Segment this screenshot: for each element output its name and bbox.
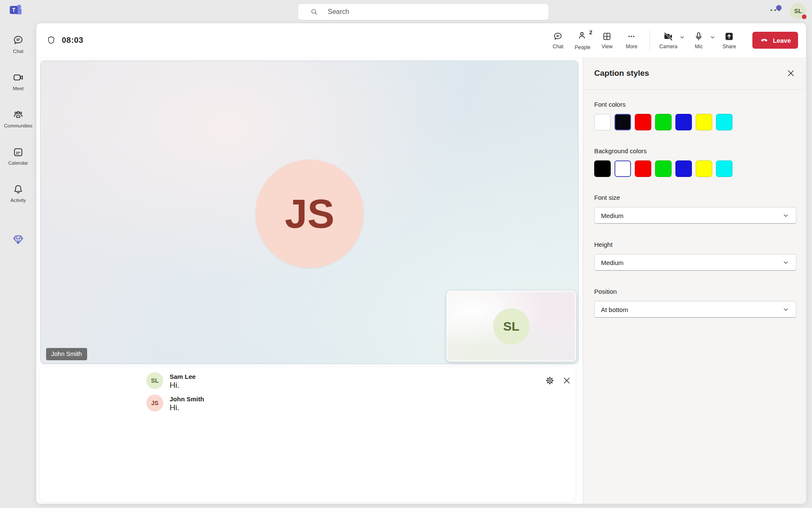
share-screen-icon [724, 31, 734, 41]
panel-close-button[interactable] [786, 68, 796, 78]
font-color-swatch-yellow[interactable] [696, 114, 712, 130]
caption-row: JS John Smith Hi. [146, 395, 204, 412]
gear-icon [545, 376, 554, 385]
sidebar-item-meet[interactable]: Meet [0, 72, 36, 99]
bg-color-swatch-cyan[interactable] [716, 160, 732, 177]
font-size-value: Medium [601, 212, 623, 219]
sidebar-label: Calendar [8, 160, 28, 166]
sidebar-label: Meet [13, 86, 24, 91]
profile-avatar[interactable]: SL [790, 3, 806, 19]
video-tile-main: JS John Smith SL [40, 61, 579, 364]
bg-color-swatch-green[interactable] [655, 160, 672, 177]
chevron-down-icon [679, 34, 686, 41]
caption-avatar-initials: JS [151, 400, 158, 406]
self-video-pip[interactable]: SL [447, 291, 576, 362]
caption-avatar: SL [146, 372, 163, 389]
font-size-dropdown[interactable]: Medium [594, 207, 796, 224]
position-value: At bottom [601, 306, 628, 313]
panel-title: Caption styles [594, 69, 649, 78]
meeting-stage: JS John Smith SL SL [36, 57, 583, 504]
top-app-bar: T Search SL [0, 0, 812, 20]
chat-icon [12, 34, 24, 46]
leave-button[interactable]: Leave [752, 32, 798, 49]
bg-color-swatch-blue[interactable] [675, 160, 692, 177]
chevron-down-icon [782, 259, 790, 266]
people-icon [577, 30, 587, 41]
caption-avatar-initials: SL [151, 377, 159, 384]
sidebar-label: Communities [4, 123, 32, 128]
sidebar-item-premium[interactable] [0, 234, 36, 262]
meeting-toolbar: 08:03 Chat [36, 23, 806, 57]
font-color-swatch-white[interactable] [594, 114, 611, 130]
people-button-label: People [575, 44, 590, 50]
caption-avatar: JS [146, 395, 163, 411]
gem-icon [12, 234, 24, 246]
share-button[interactable]: Share [717, 31, 741, 50]
camera-button-label: Camera [659, 44, 678, 50]
calendar-icon [12, 146, 24, 158]
self-avatar: SL [493, 308, 529, 345]
camera-button[interactable]: Camera [656, 31, 680, 50]
font-color-swatch-cyan[interactable] [716, 114, 732, 130]
teams-logo-t: T [10, 6, 18, 14]
more-dots-icon [626, 31, 636, 41]
mic-button-label: Mic [695, 44, 703, 50]
bg-color-swatch-white[interactable] [614, 160, 631, 177]
sidebar-item-chat[interactable]: Chat [0, 34, 36, 62]
position-dropdown[interactable]: At bottom [594, 301, 796, 318]
meet-icon [12, 72, 24, 83]
chevron-down-icon [782, 212, 790, 219]
more-button[interactable]: More [619, 31, 644, 50]
participant-initials: JS [285, 190, 334, 237]
search-icon [310, 8, 318, 16]
caption-speaker-name: Sam Lee [170, 373, 196, 380]
chevron-down-icon [709, 34, 716, 41]
height-label: Height [594, 241, 796, 248]
caption-close-button[interactable] [562, 375, 572, 386]
sidebar-label: Chat [13, 49, 23, 54]
font-colors-label: Font colors [594, 101, 796, 108]
sidebar-item-activity[interactable]: Activity [0, 183, 36, 211]
background-colors-row [594, 160, 796, 177]
bg-color-swatch-red[interactable] [635, 160, 651, 177]
close-icon [786, 69, 796, 78]
activity-bell-icon [12, 183, 24, 195]
participant-name-badge: John Smith [46, 348, 87, 360]
mic-options-chevron[interactable] [709, 34, 716, 42]
mic-button[interactable]: Mic [686, 31, 711, 50]
chat-button[interactable]: Chat [546, 31, 570, 50]
live-captions-panel: SL Sam Lee Hi. JS Jo [40, 367, 575, 502]
settings-and-more-icon[interactable] [771, 9, 780, 11]
caption-row: SL Sam Lee Hi. [146, 372, 204, 390]
camera-off-icon [663, 31, 673, 41]
presence-busy-dot [801, 14, 807, 20]
bg-color-swatch-black[interactable] [594, 160, 611, 177]
sidebar-item-communities[interactable]: Communities [0, 109, 36, 137]
position-label: Position [594, 288, 796, 295]
caption-settings-button[interactable] [545, 375, 555, 386]
teams-logo[interactable]: T [8, 3, 23, 17]
font-color-swatch-red[interactable] [635, 114, 651, 130]
people-count-badge: 2 [589, 29, 592, 36]
bg-color-swatch-yellow[interactable] [696, 160, 712, 177]
app-sidebar: Chat Meet Communities [0, 20, 36, 508]
meeting-timer: 08:03 [62, 36, 83, 45]
sidebar-label: Activity [11, 198, 26, 203]
font-color-swatch-blue[interactable] [675, 114, 692, 130]
height-dropdown[interactable]: Medium [594, 254, 796, 271]
camera-options-chevron[interactable] [679, 34, 686, 42]
font-color-swatch-black[interactable] [614, 114, 631, 130]
communities-icon [12, 109, 24, 121]
font-color-swatch-green[interactable] [655, 114, 672, 130]
participant-avatar: JS [255, 160, 364, 268]
meeting-window: 08:03 Chat [36, 23, 806, 504]
more-button-label: More [626, 44, 637, 50]
view-button[interactable]: View [595, 31, 619, 50]
search-input[interactable]: Search [298, 3, 549, 20]
people-button[interactable]: 2 People [570, 30, 595, 50]
chat-button-label: Chat [553, 44, 563, 50]
sidebar-item-calendar[interactable]: Calendar [0, 146, 36, 174]
font-size-label: Font size [594, 194, 796, 201]
height-value: Medium [601, 259, 623, 266]
background-colors-label: Background colors [594, 147, 796, 155]
